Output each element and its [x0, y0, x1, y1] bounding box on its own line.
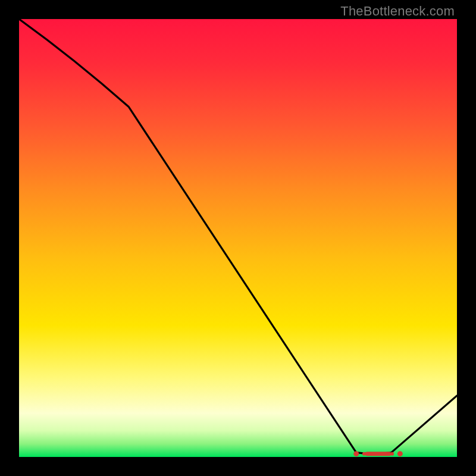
bottleneck-chart: [19, 19, 457, 457]
svg-point-1: [397, 451, 403, 456]
svg-point-4: [368, 452, 372, 456]
gradient-background: [19, 19, 457, 457]
svg-point-3: [362, 452, 366, 456]
svg-point-6: [390, 452, 394, 456]
watermark-text: TheBottleneck.com: [340, 4, 455, 19]
svg-point-0: [353, 451, 359, 456]
chart-frame: [19, 19, 457, 457]
svg-point-5: [384, 452, 388, 456]
